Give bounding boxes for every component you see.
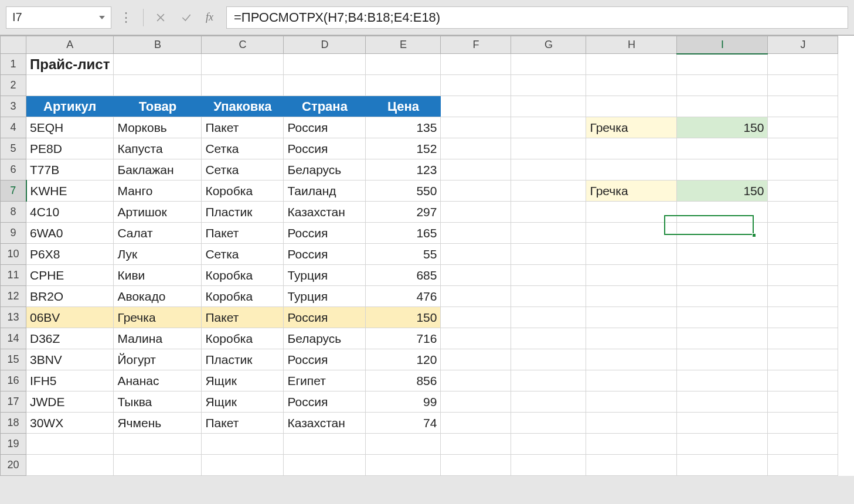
cell-H1[interactable] <box>586 54 677 75</box>
cell-D17[interactable]: Россия <box>284 391 366 413</box>
col-header-F[interactable]: F <box>441 36 511 54</box>
cell-C17[interactable]: Ящик <box>202 391 284 413</box>
cell-D3[interactable]: Страна <box>284 96 366 117</box>
cell-B2[interactable] <box>114 75 202 96</box>
cell-F2[interactable] <box>441 75 511 96</box>
cell-B20[interactable] <box>114 455 202 476</box>
cell-H18[interactable] <box>586 413 677 434</box>
cell-C20[interactable] <box>202 455 284 476</box>
cell-H19[interactable] <box>586 434 677 455</box>
cell-I8[interactable] <box>677 202 768 223</box>
cell-G6[interactable] <box>511 159 586 181</box>
cell-F12[interactable] <box>441 286 511 307</box>
cell-G12[interactable] <box>511 286 586 307</box>
cell-J2[interactable] <box>768 75 838 96</box>
cell-D10[interactable]: Россия <box>284 244 366 265</box>
cell-I18[interactable] <box>677 413 768 434</box>
col-header-H[interactable]: H <box>586 36 677 54</box>
cell-E20[interactable] <box>366 455 441 476</box>
cell-D6[interactable]: Беларусь <box>284 159 366 181</box>
cell-C19[interactable] <box>202 434 284 455</box>
cell-I1[interactable] <box>677 54 768 75</box>
cell-J4[interactable] <box>768 117 838 138</box>
cancel-icon[interactable] <box>149 6 172 29</box>
col-header-C[interactable]: C <box>202 36 284 54</box>
cell-I15[interactable] <box>677 349 768 370</box>
cell-J14[interactable] <box>768 328 838 349</box>
cell-C14[interactable]: Коробка <box>202 328 284 349</box>
cell-E13[interactable]: 150 <box>366 307 441 328</box>
cell-B11[interactable]: Киви <box>114 265 202 286</box>
cell-E5[interactable]: 152 <box>366 138 441 159</box>
cell-F8[interactable] <box>441 202 511 223</box>
cell-H13[interactable] <box>586 307 677 328</box>
cell-D12[interactable]: Турция <box>284 286 366 307</box>
formula-input[interactable]: =ПРОСМОТРХ(H7;B4:B18;E4:E18) <box>226 6 848 29</box>
cell-I6[interactable] <box>677 159 768 181</box>
cell-B13[interactable]: Гречка <box>114 307 202 328</box>
spreadsheet-grid[interactable]: ABCDEFGHIJ1Прайс-лист23АртикулТоварУпако… <box>0 35 854 476</box>
cell-F16[interactable] <box>441 370 511 391</box>
cell-A8[interactable]: 4C10 <box>26 202 114 223</box>
cell-E9[interactable]: 165 <box>366 223 441 244</box>
cell-A7[interactable]: KWHE <box>26 181 114 202</box>
cell-A12[interactable]: BR2O <box>26 286 114 307</box>
cell-E16[interactable]: 856 <box>366 370 441 391</box>
cell-C10[interactable]: Сетка <box>202 244 284 265</box>
col-header-D[interactable]: D <box>284 36 366 54</box>
cell-A10[interactable]: P6X8 <box>26 244 114 265</box>
cell-E18[interactable]: 74 <box>366 413 441 434</box>
cell-D15[interactable]: Россия <box>284 349 366 370</box>
cell-G5[interactable] <box>511 138 586 159</box>
cell-E3[interactable]: Цена <box>366 96 441 117</box>
cell-C15[interactable]: Пластик <box>202 349 284 370</box>
cell-F19[interactable] <box>441 434 511 455</box>
cell-A19[interactable] <box>26 434 114 455</box>
cell-A14[interactable]: D36Z <box>26 328 114 349</box>
select-all-corner[interactable] <box>1 36 26 54</box>
cell-B14[interactable]: Малина <box>114 328 202 349</box>
col-header-G[interactable]: G <box>511 36 586 54</box>
cell-G19[interactable] <box>511 434 586 455</box>
cell-D7[interactable]: Таиланд <box>284 181 366 202</box>
cell-J12[interactable] <box>768 286 838 307</box>
row-header-13[interactable]: 13 <box>1 307 26 328</box>
cell-A9[interactable]: 6WA0 <box>26 223 114 244</box>
cell-G18[interactable] <box>511 413 586 434</box>
cell-F7[interactable] <box>441 181 511 202</box>
cell-H11[interactable] <box>586 265 677 286</box>
cell-D5[interactable]: Россия <box>284 138 366 159</box>
cell-H9[interactable] <box>586 223 677 244</box>
cell-B18[interactable]: Ячмень <box>114 413 202 434</box>
cell-D18[interactable]: Казахстан <box>284 413 366 434</box>
cell-F14[interactable] <box>441 328 511 349</box>
cell-C9[interactable]: Пакет <box>202 223 284 244</box>
col-header-J[interactable]: J <box>768 36 838 54</box>
cell-B3[interactable]: Товар <box>114 96 202 117</box>
confirm-icon[interactable] <box>175 6 198 29</box>
cell-I19[interactable] <box>677 434 768 455</box>
cell-G2[interactable] <box>511 75 586 96</box>
cell-E15[interactable]: 120 <box>366 349 441 370</box>
cell-J10[interactable] <box>768 244 838 265</box>
row-header-10[interactable]: 10 <box>1 244 26 265</box>
row-header-6[interactable]: 6 <box>1 159 26 181</box>
cell-A18[interactable]: 30WX <box>26 413 114 434</box>
formula-dots-button[interactable]: ⋮ <box>115 6 137 29</box>
cell-H15[interactable] <box>586 349 677 370</box>
row-header-1[interactable]: 1 <box>1 54 26 75</box>
row-header-17[interactable]: 17 <box>1 391 26 413</box>
row-header-19[interactable]: 19 <box>1 434 26 455</box>
cell-D8[interactable]: Казахстан <box>284 202 366 223</box>
cell-C13[interactable]: Пакет <box>202 307 284 328</box>
cell-A3[interactable]: Артикул <box>26 96 114 117</box>
cell-D16[interactable]: Египет <box>284 370 366 391</box>
cell-J8[interactable] <box>768 202 838 223</box>
cell-J13[interactable] <box>768 307 838 328</box>
cell-B15[interactable]: Йогурт <box>114 349 202 370</box>
cell-H17[interactable] <box>586 391 677 413</box>
col-header-A[interactable]: A <box>26 36 114 54</box>
cell-E12[interactable]: 476 <box>366 286 441 307</box>
cell-B1[interactable] <box>114 54 202 75</box>
cell-H3[interactable] <box>586 96 677 117</box>
